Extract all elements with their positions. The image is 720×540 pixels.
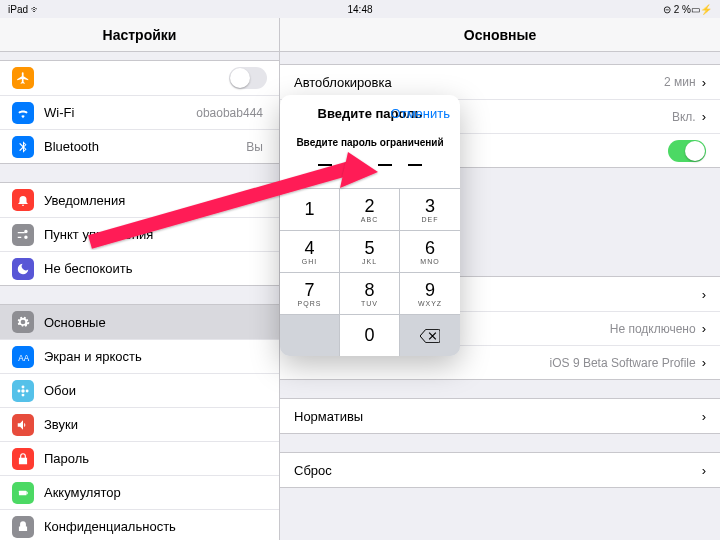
sidebar-item-label: Bluetooth (44, 139, 246, 154)
sidebar-title: Настройки (0, 18, 279, 52)
airplane-switch[interactable] (229, 67, 267, 89)
keypad-key-2[interactable]: 2ABC (340, 188, 400, 230)
sidebar-item[interactable]: Не беспокоить (0, 251, 279, 285)
brightness-icon: AA (12, 346, 34, 368)
sidebar-item[interactable]: Основные (0, 305, 279, 339)
bluetooth-icon (12, 136, 34, 158)
sidebar-item[interactable]: AAЭкран и яркость (0, 339, 279, 373)
detail-title: Основные (280, 18, 720, 52)
moon-icon (12, 258, 34, 280)
keypad-key-1[interactable]: 1 (280, 188, 340, 230)
key-digit: 3 (425, 197, 435, 215)
sidebar-item[interactable]: Обои (0, 373, 279, 407)
speaker-icon (12, 414, 34, 436)
chevron-right-icon: › (702, 409, 706, 424)
row-label: Сброс (294, 463, 702, 478)
svg-point-3 (22, 393, 25, 396)
keypad-key-8[interactable]: 8TUV (340, 272, 400, 314)
key-letters: WXYZ (418, 300, 442, 307)
keypad-key-4[interactable]: 4GHI (280, 230, 340, 272)
sidebar-item[interactable]: Конфиденциальность (0, 509, 279, 540)
passcode-dash (348, 164, 362, 166)
keypad-key-9[interactable]: 9WXYZ (400, 272, 460, 314)
sidebar-item-label: Уведомления (44, 193, 267, 208)
chevron-right-icon: › (702, 463, 706, 478)
key-letters: TUV (361, 300, 378, 307)
bell-icon (12, 189, 34, 211)
sidebar-item-airplane[interactable] (0, 61, 279, 95)
svg-point-4 (17, 389, 20, 392)
passcode-dash (378, 164, 392, 166)
key-digit: 2 (364, 197, 374, 215)
numeric-keypad: 12ABC3DEF4GHI5JKL6MNO7PQRS8TUV9WXYZ0 (280, 188, 460, 356)
sidebar-item-label: Экран и яркость (44, 349, 267, 364)
sidebar-item[interactable]: Звуки (0, 407, 279, 441)
key-letters: DEF (422, 216, 439, 223)
chevron-right-icon: › (702, 355, 706, 370)
svg-text:AA: AA (18, 353, 29, 362)
keypad-key-0[interactable]: 0 (340, 314, 400, 356)
device-label: iPad (8, 4, 28, 15)
key-digit: 1 (304, 200, 314, 218)
key-digit: 5 (364, 239, 374, 257)
row-value: Вкл. (672, 110, 696, 124)
row-value: 2 мин (664, 75, 696, 89)
sidebar-item[interactable]: Пароль (0, 441, 279, 475)
key-digit: 0 (364, 326, 374, 344)
row-label: Автоблокировка (294, 75, 664, 90)
svg-point-1 (21, 389, 25, 393)
passcode-dash (408, 164, 422, 166)
flower-icon (12, 380, 34, 402)
cancel-button[interactable]: Отменить (391, 106, 450, 121)
orientation-lock-icon: ⊝ (663, 4, 671, 15)
sidebar: Настройки Wi-Fi obaobab444 Bluetooth Вы (0, 18, 280, 540)
svg-rect-7 (27, 491, 28, 493)
clock: 14:48 (248, 4, 472, 15)
key-letters: PQRS (298, 300, 322, 307)
keypad-backspace[interactable] (400, 314, 460, 356)
key-digit: 4 (304, 239, 314, 257)
sidebar-item-label: Не беспокоить (44, 261, 267, 276)
key-letters: MNO (420, 258, 439, 265)
battery-percent: 2 % (674, 4, 691, 15)
battery-icon: ▭⚡ (691, 4, 712, 15)
status-bar: iPad ᯤ 14:48 ⊝ 2 %▭⚡ (0, 0, 720, 18)
row-label: Нормативы (294, 409, 702, 424)
lock-icon (12, 448, 34, 470)
detail-row[interactable]: Сброс› (280, 453, 720, 487)
keypad-key-6[interactable]: 6MNO (400, 230, 460, 272)
wifi-indicator-icon: ᯤ (31, 4, 41, 15)
passcode-dash (318, 164, 332, 166)
sidebar-item[interactable]: Уведомления (0, 183, 279, 217)
sidebar-item-bluetooth[interactable]: Bluetooth Вы (0, 129, 279, 163)
chevron-right-icon: › (702, 287, 706, 302)
sidebar-item-value: obaobab444 (196, 106, 263, 120)
sidebar-item[interactable]: Аккумулятор (0, 475, 279, 509)
sidebar-item-wifi[interactable]: Wi-Fi obaobab444 (0, 95, 279, 129)
key-digit: 9 (425, 281, 435, 299)
sidebar-item-label: Обои (44, 383, 267, 398)
key-letters: ABC (361, 216, 378, 223)
chevron-right-icon: › (702, 109, 706, 124)
chevron-right-icon: › (702, 321, 706, 336)
key-digit: 7 (304, 281, 314, 299)
sidebar-item-label: Пункт управления (44, 227, 267, 242)
row-value: iOS 9 Beta Software Profile (550, 356, 696, 370)
toggle-switch[interactable] (668, 140, 706, 162)
sliders-icon (12, 224, 34, 246)
keypad-key-7[interactable]: 7PQRS (280, 272, 340, 314)
battery-icon (12, 482, 34, 504)
keypad-key-5[interactable]: 5JKL (340, 230, 400, 272)
airplane-icon (12, 67, 34, 89)
keypad-key-3[interactable]: 3DEF (400, 188, 460, 230)
svg-point-5 (26, 389, 29, 392)
passcode-dialog: Введите пароль Отменить Введите пароль о… (280, 95, 460, 356)
hand-icon (12, 516, 34, 538)
chevron-right-icon: › (702, 75, 706, 90)
detail-row[interactable]: Автоблокировка2 мин› (280, 65, 720, 99)
sidebar-item-label: Звуки (44, 417, 267, 432)
sidebar-item[interactable]: Пункт управления (0, 217, 279, 251)
sidebar-item-label: Аккумулятор (44, 485, 267, 500)
detail-row[interactable]: Нормативы› (280, 399, 720, 433)
keypad-blank (280, 314, 340, 356)
